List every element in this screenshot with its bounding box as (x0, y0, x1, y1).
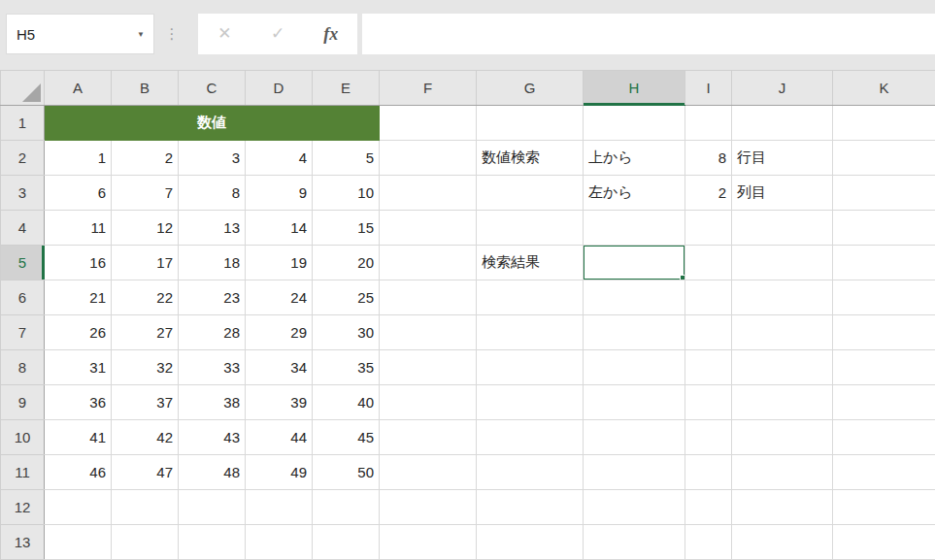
cell[interactable]: 8 (179, 176, 246, 211)
cell[interactable] (584, 420, 685, 455)
cell[interactable]: 38 (179, 385, 246, 420)
cell[interactable]: 31 (45, 350, 112, 385)
cell[interactable]: 36 (45, 385, 112, 420)
cell[interactable] (584, 350, 685, 385)
cell[interactable] (313, 490, 380, 525)
cell[interactable] (584, 385, 685, 420)
cell[interactable] (584, 315, 685, 350)
cell-col-unit-label[interactable]: 列目 (732, 176, 833, 211)
cell[interactable] (685, 385, 732, 420)
cell[interactable] (380, 455, 477, 490)
cell[interactable] (685, 280, 732, 315)
column-header-i[interactable]: I (685, 71, 732, 106)
cell[interactable] (45, 490, 112, 525)
cell[interactable] (833, 455, 935, 490)
name-box[interactable]: H5 ▼ (6, 14, 154, 54)
cell[interactable] (833, 385, 935, 420)
cell[interactable] (584, 525, 685, 560)
cell-title-merged[interactable]: 数値 (45, 106, 380, 141)
cell[interactable] (477, 315, 584, 350)
cell[interactable] (732, 455, 833, 490)
cell[interactable]: 19 (246, 246, 313, 280)
cell[interactable]: 47 (112, 455, 179, 490)
cell-row-unit-label[interactable]: 行目 (732, 141, 833, 176)
cell[interactable]: 20 (313, 246, 380, 280)
cell[interactable] (584, 211, 685, 246)
cell[interactable]: 39 (246, 385, 313, 420)
cell[interactable] (477, 350, 584, 385)
row-header-4[interactable]: 4 (1, 211, 45, 246)
cell[interactable]: 14 (246, 211, 313, 246)
cell[interactable]: 9 (246, 176, 313, 211)
cell[interactable] (380, 350, 477, 385)
select-all-button[interactable] (1, 71, 45, 106)
cell[interactable] (112, 490, 179, 525)
cell[interactable]: 29 (246, 315, 313, 350)
cell[interactable] (380, 211, 477, 246)
row-header-5-selected[interactable]: 5 (1, 246, 45, 280)
column-header-f[interactable]: F (380, 71, 477, 106)
cell[interactable] (380, 490, 477, 525)
row-header-1[interactable]: 1 (1, 106, 45, 141)
cell[interactable]: 18 (179, 246, 246, 280)
cell[interactable] (685, 525, 732, 560)
cell[interactable]: 30 (313, 315, 380, 350)
fill-handle[interactable] (680, 275, 685, 280)
cell[interactable]: 17 (112, 246, 179, 280)
enter-button[interactable]: ✓ (251, 14, 305, 54)
cell[interactable] (380, 420, 477, 455)
cell[interactable] (246, 490, 313, 525)
cell[interactable] (477, 106, 584, 141)
cell-from-left-label[interactable]: 左から (584, 176, 685, 211)
cell[interactable]: 34 (246, 350, 313, 385)
toolbar-drag-handle[interactable]: ⋮ (164, 14, 180, 54)
cell[interactable]: 10 (313, 176, 380, 211)
cell[interactable]: 42 (112, 420, 179, 455)
cell[interactable]: 32 (112, 350, 179, 385)
cell[interactable]: 41 (45, 420, 112, 455)
row-header-11[interactable]: 11 (1, 455, 45, 490)
cell[interactable]: 23 (179, 280, 246, 315)
row-header-3[interactable]: 3 (1, 176, 45, 211)
cell[interactable] (685, 315, 732, 350)
cell[interactable] (833, 350, 935, 385)
cell[interactable]: 16 (45, 246, 112, 280)
cell[interactable] (477, 280, 584, 315)
cell[interactable] (833, 490, 935, 525)
column-header-g[interactable]: G (477, 71, 584, 106)
cell[interactable] (685, 490, 732, 525)
row-header-7[interactable]: 7 (1, 315, 45, 350)
cell[interactable] (380, 141, 477, 176)
cell[interactable] (380, 280, 477, 315)
cell[interactable]: 1 (45, 141, 112, 176)
cell[interactable] (477, 385, 584, 420)
cell[interactable]: 13 (179, 211, 246, 246)
column-header-k[interactable]: K (833, 71, 935, 106)
name-box-dropdown-icon[interactable]: ▼ (137, 30, 153, 39)
cell[interactable] (833, 246, 935, 280)
cell[interactable] (833, 315, 935, 350)
cell[interactable] (477, 490, 584, 525)
cell[interactable] (246, 525, 313, 560)
cell[interactable] (584, 280, 685, 315)
cell[interactable] (685, 106, 732, 141)
cell[interactable]: 37 (112, 385, 179, 420)
cell[interactable] (380, 106, 477, 141)
cell[interactable]: 28 (179, 315, 246, 350)
cell[interactable]: 45 (313, 420, 380, 455)
cell[interactable]: 3 (179, 141, 246, 176)
cell[interactable] (833, 525, 935, 560)
cell[interactable]: 26 (45, 315, 112, 350)
cell-row-index-value[interactable]: 8 (685, 141, 732, 176)
cell[interactable] (380, 525, 477, 560)
cell[interactable] (833, 211, 935, 246)
column-header-h-selected[interactable]: H (584, 71, 685, 106)
cell[interactable] (833, 420, 935, 455)
row-header-8[interactable]: 8 (1, 350, 45, 385)
column-header-d[interactable]: D (246, 71, 313, 106)
cell[interactable] (584, 455, 685, 490)
cell[interactable] (179, 490, 246, 525)
column-header-a[interactable]: A (45, 71, 112, 106)
cell[interactable] (477, 455, 584, 490)
cell[interactable]: 33 (179, 350, 246, 385)
